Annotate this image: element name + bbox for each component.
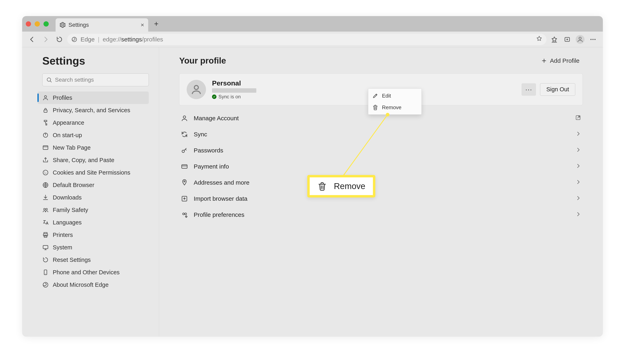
sidebar-item-languages[interactable]: Languages [37,216,149,229]
bookmark-button[interactable] [536,35,542,43]
window-controls [26,21,49,27]
forward-button[interactable] [40,34,52,45]
reset-icon [42,257,49,263]
sidebar-item-label: Cookies and Site Permissions [53,169,130,176]
chevron-right-icon [575,163,581,170]
sidebar-item-printers[interactable]: Printers [37,229,149,241]
share-icon [42,157,49,163]
sidebar-item-reset[interactable]: Reset Settings [37,253,149,266]
favorites-icon [551,36,558,43]
sidebar-item-label: Reset Settings [53,257,91,263]
annotation-callout-remove: Remove [307,175,375,197]
profile-avatar-button[interactable] [574,34,586,45]
profile-row-sync[interactable]: Sync [179,126,583,142]
sidebar-item-label: Downloads [53,194,82,201]
startup-icon [42,132,49,138]
manage-account-icon [181,115,188,122]
address-url: edge://settings/profiles [103,36,163,43]
profile-row-addresses[interactable]: Addresses and more [179,174,583,191]
sidebar-item-default-browser[interactable]: Default Browser [37,179,149,191]
tab-close-icon[interactable]: × [141,22,144,28]
profile-row-label: Sync [194,131,207,138]
window-close[interactable] [26,21,31,27]
sidebar-item-profiles[interactable]: Profiles [37,91,149,104]
profile-name: Personal [212,79,256,87]
sidebar-item-new-tab[interactable]: New Tab Page [37,141,149,154]
sidebar-item-appearance[interactable]: Appearance [37,116,149,129]
profile-row-import-browser-data[interactable]: Import browser data [179,191,583,207]
addresses-icon [181,179,188,186]
pencil-icon [372,93,378,99]
default-browser-icon [42,182,49,188]
favorites-button[interactable] [548,34,560,45]
cookies-icon [42,169,49,176]
sidebar-item-phone[interactable]: Phone and Other Devices [37,266,149,279]
edge-icon [71,36,77,42]
gear-icon [60,22,66,28]
new-tab-icon [42,144,49,151]
profile-row-label: Passwords [194,147,223,154]
sidebar-item-label: Family Safety [53,207,88,213]
window-maximize[interactable] [43,21,49,27]
add-profile-button[interactable]: Add Profile [538,55,583,66]
sidebar-item-downloads[interactable]: Downloads [37,191,149,204]
your-profile-heading: Your profile [179,56,226,66]
person-icon [190,84,202,96]
printers-icon [42,232,49,238]
sidebar-item-share[interactable]: Share, Copy, and Paste [37,154,149,166]
star-icon [536,35,542,42]
profile-row-label: Addresses and more [194,179,250,186]
sidebar-item-label: Phone and Other Devices [53,269,120,276]
chevron-right-icon [575,195,581,202]
chevron-right-icon [575,131,581,138]
more-icon [590,36,596,43]
ctx-edit[interactable]: Edit [370,90,420,102]
payment-info-icon [181,163,188,170]
sidebar-item-privacy[interactable]: Privacy, Search, and Services [37,104,149,116]
ctx-remove[interactable]: Remove [370,102,420,113]
window-minimize[interactable] [35,21,40,27]
profile-email-redacted [212,88,256,93]
profiles-icon [42,94,49,101]
sidebar-item-cookies[interactable]: Cookies and Site Permissions [37,166,149,179]
chevron-right-icon [575,147,581,154]
address-bar[interactable]: Edge | edge://settings/profiles [67,34,546,45]
check-icon [213,95,216,98]
trash-icon [317,181,327,191]
family-icon [42,207,49,213]
new-tab-button[interactable]: + [152,20,161,28]
back-icon [29,36,35,43]
languages-icon [42,219,49,226]
sign-out-button[interactable]: Sign Out [540,83,575,96]
tab-settings[interactable]: Settings × [56,18,148,31]
settings-search[interactable] [42,73,149,86]
sidebar-item-label: Appearance [53,119,84,126]
profile-row-label: Profile preferences [194,211,245,218]
sidebar-item-startup[interactable]: On start-up [37,129,149,141]
back-button[interactable] [26,34,38,45]
profile-row-profile-preferences[interactable]: Profile preferences [179,207,583,223]
settings-search-input[interactable] [55,77,145,83]
external-link-icon [575,115,581,122]
sidebar-item-family[interactable]: Family Safety [37,204,149,216]
sidebar-item-system[interactable]: System [37,241,149,253]
toolbar: Edge | edge://settings/profiles [22,31,603,47]
reload-icon [56,36,63,43]
collections-button[interactable] [561,34,573,45]
sidebar-item-label: Languages [53,219,82,226]
profile-row-passwords[interactable]: Passwords [179,142,583,159]
sidebar-item-label: System [53,244,72,251]
profile-row-label: Manage Account [194,115,239,122]
profile-preferences-icon [181,211,188,218]
profile-row-payment-info[interactable]: Payment info [179,159,583,174]
phone-icon [42,269,49,276]
collections-icon [564,36,571,43]
sidebar-item-label: Printers [53,232,73,238]
sidebar-item-about[interactable]: About Microsoft Edge [37,279,149,291]
profile-more-button[interactable]: ··· [522,83,536,96]
downloads-icon [42,194,49,201]
reload-button[interactable] [54,34,65,45]
menu-button[interactable] [587,34,599,45]
sidebar-item-label: Default Browser [53,182,94,188]
profile-avatar [187,80,206,99]
